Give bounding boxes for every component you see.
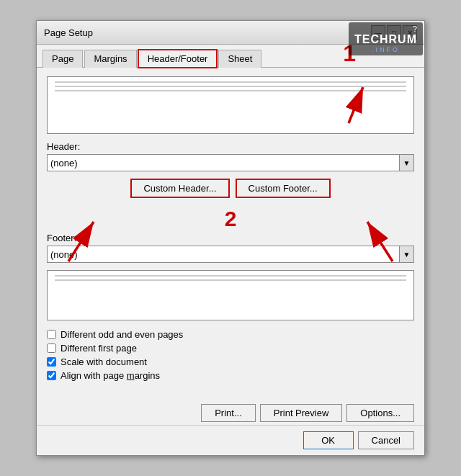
arrow-to-tab bbox=[313, 80, 370, 130]
custom-footer-button[interactable]: Custom Footer... bbox=[236, 179, 331, 198]
header-select[interactable]: (none) bbox=[47, 154, 400, 171]
svg-line-1 bbox=[349, 87, 363, 123]
tab-page[interactable]: Page bbox=[42, 50, 83, 68]
tab-margins[interactable]: Margins bbox=[84, 50, 136, 68]
header-preview-wrapper bbox=[47, 76, 414, 134]
dialog-title: Page Setup bbox=[44, 27, 93, 38]
arrow-to-custom-footer bbox=[342, 215, 407, 265]
svg-line-5 bbox=[367, 222, 393, 261]
custom-footer-label: Custom Footer... bbox=[249, 183, 318, 194]
checkbox-diff-first-label: Different first page bbox=[61, 343, 137, 354]
watermark-question: ? bbox=[354, 24, 417, 33]
footer-preview bbox=[47, 270, 414, 320]
print-button[interactable]: Print... bbox=[201, 404, 256, 422]
checkbox-odd-even-label: Different odd and even pages bbox=[61, 329, 183, 340]
checkboxes-section: Different odd and even pages Different f… bbox=[47, 329, 414, 381]
checkbox-diff-first[interactable] bbox=[47, 343, 56, 353]
ok-button[interactable]: OK bbox=[303, 431, 354, 449]
header-preview bbox=[47, 76, 414, 134]
checkbox-scale-row: Scale with document bbox=[47, 356, 414, 367]
arrow-to-custom-header bbox=[54, 215, 119, 265]
watermark: ? TECHRUM .INFO bbox=[349, 22, 423, 55]
tab-headerfooter[interactable]: Header/Footer bbox=[138, 50, 218, 68]
tab-sheet[interactable]: Sheet bbox=[218, 50, 261, 68]
footer-preview-line-1 bbox=[55, 275, 406, 277]
checkbox-scale[interactable] bbox=[47, 357, 56, 367]
watermark-info: .INFO bbox=[354, 46, 417, 53]
action-buttons-row: Print... Print Preview Options... bbox=[37, 398, 424, 425]
checkbox-diff-first-row: Different first page bbox=[47, 343, 414, 354]
checkbox-align-label: Align with page margins bbox=[61, 370, 160, 381]
footer-preview-lines bbox=[55, 275, 406, 284]
cancel-button[interactable]: Cancel bbox=[358, 431, 414, 449]
options-button[interactable]: Options... bbox=[346, 404, 414, 422]
header-label: Header: bbox=[47, 141, 414, 152]
custom-buttons-row: Custom Header... Custom Footer... bbox=[47, 179, 414, 198]
checkbox-odd-even[interactable] bbox=[47, 330, 56, 339]
checkbox-odd-even-row: Different odd and even pages bbox=[47, 329, 414, 340]
print-preview-button[interactable]: Print Preview bbox=[260, 404, 343, 422]
footer-preview-line-2 bbox=[55, 279, 406, 281]
watermark-brand: TECHRUM bbox=[354, 33, 417, 46]
dialog-body: 1 H bbox=[37, 68, 424, 398]
page-setup-dialog: Page Setup — □ ✕ ? TECHRUM .INFO Page Ma… bbox=[36, 20, 425, 456]
ok-cancel-row: OK Cancel bbox=[37, 425, 424, 455]
checkbox-align-row: Align with page margins bbox=[47, 370, 414, 381]
header-select-row: (none) ▼ bbox=[47, 154, 414, 171]
custom-header-label: Custom Header... bbox=[143, 183, 216, 194]
checkbox-scale-label: Scale with document bbox=[61, 356, 147, 367]
checkbox-align[interactable] bbox=[47, 371, 56, 380]
header-select-arrow[interactable]: ▼ bbox=[400, 154, 414, 171]
custom-header-button[interactable]: Custom Header... bbox=[130, 179, 229, 198]
svg-line-3 bbox=[68, 222, 94, 261]
